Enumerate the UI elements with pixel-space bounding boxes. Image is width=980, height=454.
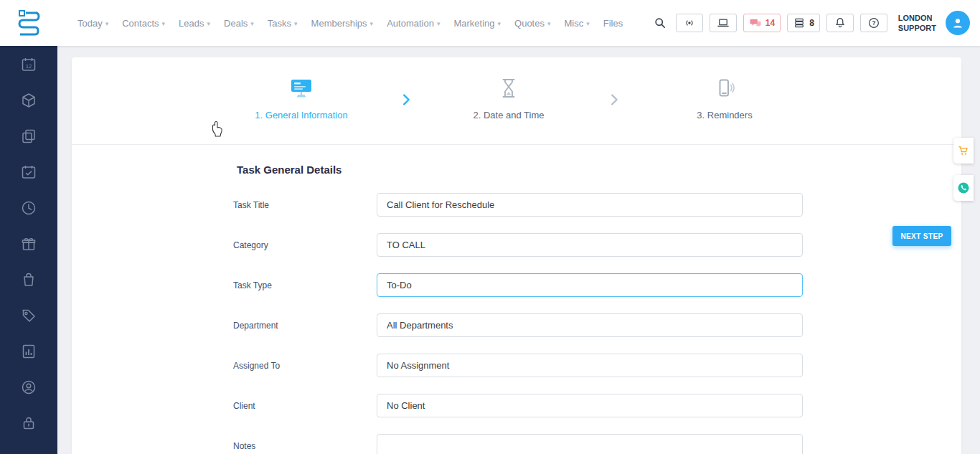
chevron-down-icon: ▾ bbox=[498, 20, 501, 27]
nav-item-quotes[interactable]: Quotes▾ bbox=[514, 18, 550, 29]
sidebar-item-reports[interactable] bbox=[20, 343, 37, 360]
stack-icon bbox=[793, 16, 806, 29]
department-input[interactable] bbox=[377, 313, 803, 337]
field-label: Task Type bbox=[233, 280, 377, 290]
user-avatar[interactable] bbox=[946, 11, 970, 35]
chevron-down-icon: ▾ bbox=[294, 20, 298, 27]
sidebar-item-history[interactable] bbox=[20, 199, 37, 217]
help-button[interactable]: ? bbox=[860, 14, 887, 32]
task-general-form: Task General Details Task Title Category… bbox=[72, 145, 961, 454]
stack-notifications-button[interactable]: 8 bbox=[787, 14, 820, 32]
laptop-icon bbox=[717, 16, 730, 29]
app-logo[interactable] bbox=[13, 7, 44, 39]
nav-label: Automation bbox=[387, 18, 434, 29]
bookings-calendar-icon bbox=[20, 164, 37, 181]
sidebar-item-security[interactable] bbox=[20, 415, 37, 432]
chevron-right-icon bbox=[398, 92, 414, 108]
left-sidebar: 12 bbox=[0, 46, 57, 454]
sidebar-item-gifts[interactable] bbox=[20, 235, 37, 252]
wizard-step-general-information[interactable]: 1. General Information bbox=[222, 76, 380, 120]
form-row-task-title: Task Title bbox=[233, 193, 961, 217]
field-label: Client bbox=[233, 401, 377, 411]
nav-label: Memberships bbox=[311, 18, 367, 29]
nav-label: Today bbox=[77, 18, 103, 29]
broadcast-button[interactable] bbox=[676, 14, 703, 32]
cart-quick-button[interactable] bbox=[953, 138, 974, 164]
assigned-to-input[interactable] bbox=[377, 354, 803, 377]
wizard-step-label: 1. General Information bbox=[255, 110, 347, 120]
chevron-down-icon: ▾ bbox=[437, 20, 440, 27]
nav-label: Quotes bbox=[514, 18, 545, 29]
nav-label: Marketing bbox=[453, 18, 494, 29]
top-header: Today▾ Contacts▾ Leads▾ Deals▾ Tasks▾ Me… bbox=[0, 0, 980, 46]
whatsapp-quick-button[interactable] bbox=[953, 175, 974, 201]
account-name-line1: LONDON bbox=[898, 13, 936, 23]
sidebar-item-tags[interactable] bbox=[20, 307, 37, 324]
sidebar-item-shop[interactable] bbox=[20, 271, 37, 288]
hourglass-icon bbox=[496, 76, 521, 100]
notifications-button[interactable] bbox=[826, 14, 854, 32]
nav-label: Deals bbox=[224, 18, 248, 29]
calendar-icon: 12 bbox=[20, 56, 37, 73]
client-input[interactable] bbox=[377, 394, 803, 417]
form-row-category: Category bbox=[233, 233, 961, 257]
nav-item-files[interactable]: Files bbox=[603, 18, 623, 29]
sidebar-item-pages[interactable] bbox=[20, 128, 37, 145]
wizard-steps: 1. General Information 2. Date and Time bbox=[72, 57, 961, 145]
nav-item-tasks[interactable]: Tasks▾ bbox=[268, 18, 298, 29]
chevron-down-icon: ▾ bbox=[370, 20, 374, 27]
header-actions: 14 8 ? bbox=[651, 11, 970, 35]
chevron-down-icon: ▾ bbox=[547, 20, 551, 27]
task-wizard-card: 1. General Information 2. Date and Time bbox=[72, 57, 961, 454]
task-title-input[interactable] bbox=[377, 193, 803, 217]
chevron-down-icon: ▾ bbox=[586, 20, 590, 27]
wizard-step-date-and-time[interactable]: 2. Date and Time bbox=[430, 76, 588, 120]
chat-notifications-button[interactable]: 14 bbox=[743, 14, 781, 32]
notes-textarea[interactable] bbox=[377, 434, 803, 454]
form-row-department: Department bbox=[233, 313, 961, 337]
nav-label: Leads bbox=[179, 18, 204, 29]
wizard-step-reminders[interactable]: 3. Reminders bbox=[646, 76, 804, 120]
pages-copy-icon bbox=[20, 128, 37, 145]
nav-label: Contacts bbox=[122, 18, 159, 29]
help-icon: ? bbox=[867, 16, 880, 29]
nav-item-leads[interactable]: Leads▾ bbox=[179, 18, 210, 29]
field-label: Assigned To bbox=[233, 361, 377, 371]
nav-label: Tasks bbox=[268, 18, 291, 29]
nav-item-marketing[interactable]: Marketing▾ bbox=[453, 18, 501, 29]
next-step-button[interactable]: NEXT STEP bbox=[892, 226, 951, 246]
task-type-input[interactable] bbox=[377, 273, 803, 297]
whatsapp-icon bbox=[956, 181, 971, 195]
search-button[interactable] bbox=[651, 14, 669, 32]
field-label: Category bbox=[233, 240, 377, 250]
account-name-line2: SUPPORT bbox=[898, 23, 936, 33]
inbox-button[interactable] bbox=[710, 14, 737, 32]
chat-count-badge: 14 bbox=[765, 18, 775, 28]
nav-item-deals[interactable]: Deals▾ bbox=[224, 18, 254, 29]
main-nav: Today▾ Contacts▾ Leads▾ Deals▾ Tasks▾ Me… bbox=[77, 18, 623, 29]
nav-item-misc[interactable]: Misc▾ bbox=[565, 18, 590, 29]
nav-item-memberships[interactable]: Memberships▾ bbox=[311, 18, 374, 29]
nav-label: Files bbox=[603, 18, 623, 29]
form-row-assigned-to: Assigned To bbox=[233, 354, 961, 377]
chevron-down-icon: ▾ bbox=[207, 20, 211, 27]
svg-text:?: ? bbox=[872, 20, 875, 27]
sidebar-item-calendar[interactable]: 12 bbox=[20, 56, 37, 73]
edge-quick-actions bbox=[953, 138, 974, 201]
field-label: Task Title bbox=[233, 200, 377, 210]
nav-label: Misc bbox=[565, 18, 584, 29]
chat-bubbles-icon bbox=[749, 16, 762, 29]
monitor-icon bbox=[289, 76, 314, 100]
sidebar-item-products[interactable] bbox=[20, 92, 37, 109]
category-input[interactable] bbox=[377, 233, 803, 257]
nav-item-today[interactable]: Today▾ bbox=[77, 18, 108, 29]
chevron-right-icon bbox=[606, 92, 622, 108]
nav-item-contacts[interactable]: Contacts▾ bbox=[122, 18, 165, 29]
cart-icon bbox=[957, 144, 970, 157]
sidebar-item-clients[interactable] bbox=[20, 379, 37, 396]
search-icon bbox=[653, 16, 667, 30]
phone-alert-icon bbox=[712, 76, 737, 100]
chevron-down-icon: ▾ bbox=[162, 20, 166, 27]
nav-item-automation[interactable]: Automation▾ bbox=[387, 18, 440, 29]
sidebar-item-bookings[interactable] bbox=[20, 164, 37, 181]
